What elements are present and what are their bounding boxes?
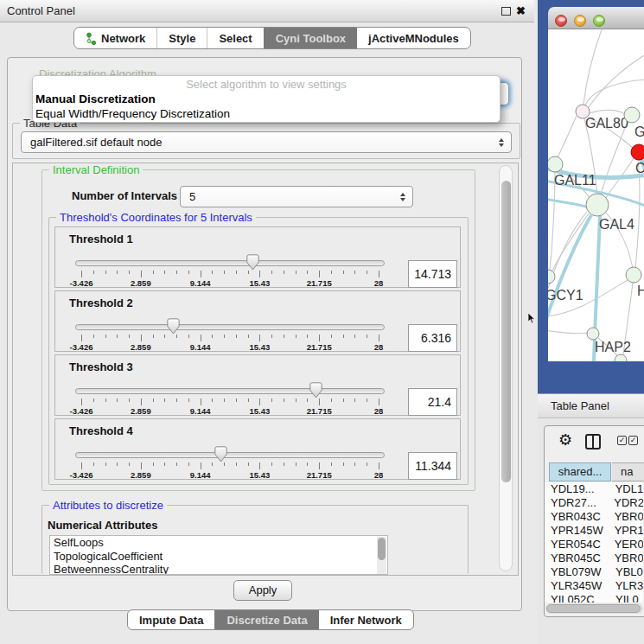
network-edge[interactable] — [558, 116, 577, 157]
threshold-label: Threshold 3 — [69, 360, 133, 373]
bottom-tab-infer-network[interactable]: Infer Network — [319, 610, 413, 629]
panel-scrollbar[interactable] — [499, 165, 513, 571]
network-icon — [86, 32, 97, 45]
threshold-label: Threshold 4 — [69, 424, 133, 437]
column-header-name[interactable]: na — [612, 462, 644, 481]
cell-shared-name: YLR345W — [545, 579, 609, 593]
table-data-combo[interactable]: galFiltered.sif default node — [21, 131, 512, 153]
cell-shared-name: YBL079W — [545, 565, 609, 579]
threshold-slider[interactable]: -3.4262.8599.14415.4321.71528 — [75, 317, 385, 352]
slider-track — [75, 260, 385, 266]
float-window-icon[interactable] — [501, 7, 511, 16]
network-node-hap2[interactable] — [587, 328, 599, 340]
list-scrollbar[interactable] — [377, 537, 386, 575]
column-header-shared-name[interactable]: shared... — [549, 462, 611, 481]
slider-tick-labels: -3.4262.8599.14415.4321.71528 — [81, 406, 379, 416]
list-item[interactable]: TopologicalCoefficient — [50, 550, 387, 564]
control-panel-tabs: NetworkStyleSelectCyni ToolboxjActiveMNo… — [73, 27, 471, 49]
network-node-label: GCY1 — [548, 288, 583, 303]
zoom-window-icon[interactable] — [593, 15, 605, 27]
network-node-label: G — [634, 124, 644, 139]
network-node-label: GAL11 — [554, 173, 596, 188]
threshold-slider[interactable]: -3.4262.8599.14415.4321.71528 — [75, 445, 385, 480]
slider-track — [75, 388, 385, 394]
network-node-label: H — [637, 284, 644, 298]
mouse-cursor — [528, 313, 536, 324]
network-edge[interactable] — [589, 55, 644, 107]
network-node-gal11[interactable] — [548, 156, 563, 172]
network-edge[interactable] — [548, 330, 588, 334]
cell-name: YPR1 — [609, 524, 643, 538]
cell-name: YBR0 — [609, 552, 643, 565]
algorithm-dropdown-popup: Select algorithm to view settings Manual… — [32, 75, 501, 123]
tab-select[interactable]: Select — [207, 28, 263, 48]
tab-style[interactable]: Style — [156, 28, 207, 48]
apply-button[interactable]: Apply — [233, 580, 292, 601]
threshold-value-field[interactable] — [408, 452, 457, 480]
list-item[interactable]: SelfLoops — [50, 536, 387, 550]
table-row[interactable]: YBR043CYBR0 — [545, 510, 643, 524]
algorithm-prompt-option[interactable]: Select algorithm to view settings — [33, 78, 500, 91]
close-icon[interactable]: ✖ — [516, 3, 526, 19]
network-node-gal4[interactable] — [586, 194, 609, 216]
table-row[interactable]: YDR27...YDR2 — [545, 496, 643, 510]
table-row[interactable]: YIL052CYIL0 — [545, 593, 643, 603]
close-window-icon[interactable] — [555, 15, 567, 27]
bottom-tab-impute-data[interactable]: Impute Data — [128, 610, 214, 629]
cell-name: YER0 — [609, 538, 643, 552]
tab-network[interactable]: Network — [74, 28, 156, 48]
minimize-window-icon[interactable] — [574, 15, 586, 27]
threshold-panel: Threshold 2-3.4262.8599.14415.4321.71528 — [54, 290, 461, 352]
algorithm-option[interactable]: Equal Width/Frequency Discretization — [35, 107, 230, 120]
bottom-tab-discretize-data[interactable]: Discretize Data — [214, 610, 318, 629]
network-edge[interactable] — [585, 80, 644, 105]
slider-thumb[interactable] — [214, 446, 227, 462]
tab-label: Cyni Toolbox — [276, 32, 346, 45]
threshold-panel: Threshold 4-3.4262.8599.14415.4321.71528 — [54, 418, 461, 480]
tab-jactivemnodules[interactable]: jActiveMNodules — [357, 28, 470, 48]
table-row[interactable]: YBR045CYBR0 — [545, 552, 643, 565]
tab-cyni-toolbox[interactable]: Cyni Toolbox — [264, 28, 357, 48]
network-node[interactable] — [615, 354, 627, 361]
table-hscroll-thumb[interactable] — [546, 604, 641, 613]
network-node-label: HAP2 — [595, 340, 631, 354]
network-edge[interactable] — [590, 110, 625, 114]
split-view-icon[interactable] — [585, 434, 601, 450]
network-node-h[interactable] — [626, 267, 641, 283]
numerical-attributes-list[interactable]: SelfLoopsTopologicalCoefficientBetweenne… — [49, 535, 388, 575]
slider-thumb[interactable] — [167, 318, 180, 335]
table-row[interactable]: YBL079WYBL0 — [545, 565, 643, 579]
network-window-titlebar[interactable] — [548, 7, 644, 29]
threshold-value-field[interactable] — [408, 324, 457, 352]
network-node-label: GAL4 — [599, 217, 634, 232]
control-panel-titlebar: Control Panel ✖ — [0, 0, 534, 22]
threshold-slider[interactable]: -3.4262.8599.14415.4321.71528 — [75, 381, 385, 416]
bottom-tab-label: Impute Data — [139, 614, 203, 627]
table-row[interactable]: YLR345WYLR3 — [545, 579, 643, 593]
node-table-rows: YDL19...YDL1YDR27...YDR2YBR043CYBR0YPR14… — [545, 482, 643, 603]
settings-gear-icon[interactable]: ⚙ — [558, 430, 572, 450]
bottom-tab-label: Discretize Data — [226, 614, 307, 627]
list-item[interactable]: BetweennessCentrality — [50, 563, 387, 575]
table-data-combo-value: galFiltered.sif default node — [30, 136, 162, 149]
network-canvas[interactable]: GAL80GCGAL11GAL4GCY1HHAP2 — [548, 29, 644, 361]
table-row[interactable]: YER054CYER0 — [545, 538, 643, 552]
algorithm-option[interactable]: Manual Discretization — [35, 92, 156, 105]
number-of-intervals-value: 5 — [189, 190, 195, 203]
table-horizontal-scrollbar[interactable] — [545, 603, 643, 614]
network-node-g[interactable] — [624, 107, 640, 123]
table-row[interactable]: YPR145WYPR1 — [545, 524, 643, 538]
threshold-slider[interactable]: -3.4262.8599.14415.4321.71528 — [75, 253, 385, 288]
table-panel-title: Table Panel — [551, 394, 609, 418]
select-all-checkbox-icon[interactable]: ✓ — [617, 436, 627, 445]
panel-scrollbar-thumb[interactable] — [501, 181, 511, 482]
threshold-value-field[interactable] — [408, 260, 457, 288]
threshold-value-field[interactable] — [408, 388, 457, 416]
number-of-intervals-combo[interactable]: 5 — [180, 186, 413, 207]
select-none-checkbox-icon[interactable]: ✓ — [628, 436, 638, 445]
list-scrollbar-thumb[interactable] — [378, 538, 386, 560]
slider-thumb[interactable] — [246, 254, 259, 271]
network-node-c[interactable] — [631, 144, 644, 160]
table-row[interactable]: YDL19...YDL1 — [545, 482, 643, 496]
slider-thumb[interactable] — [309, 382, 322, 399]
